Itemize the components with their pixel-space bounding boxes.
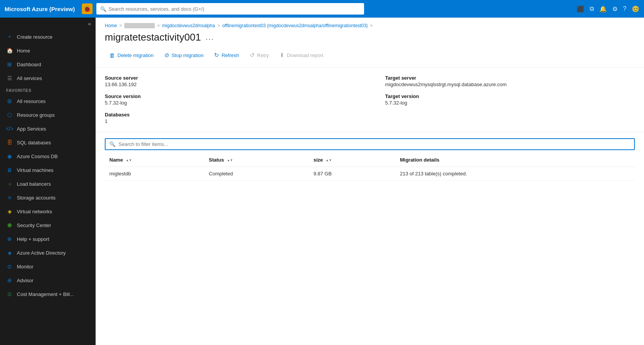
download-icon: ⬇ <box>280 52 285 59</box>
page-header: migratetestactivity001 ... <box>96 28 644 49</box>
table-row[interactable]: migtestdb Completed 9.87 GB 213 of 213 t… <box>105 167 635 181</box>
search-input[interactable] <box>109 6 360 12</box>
sidebar-advisor-label: Advisor <box>17 278 89 283</box>
delete-migration-button[interactable]: 🗑 Delete migration <box>105 50 158 61</box>
more-options-button[interactable]: ... <box>205 33 214 42</box>
all-resources-icon: ⊞ <box>6 98 13 105</box>
dashboard-icon: ⊞ <box>6 61 13 68</box>
databases-value: 1 <box>105 118 355 124</box>
collapse-btn[interactable]: « <box>0 18 96 30</box>
sort-name-arrows[interactable]: ▲▼ <box>126 159 132 162</box>
sep3: > <box>217 23 220 28</box>
sidebar-item-dashboard[interactable]: ⊞ Dashboard <box>0 57 96 71</box>
info-grid: Source server 13.66.136.192 Target serve… <box>96 67 644 132</box>
filter-input[interactable] <box>119 141 630 147</box>
retry-button[interactable]: ↺ Retry <box>245 49 273 61</box>
sidebar-item-aad[interactable]: ◈ Azure Active Directory <box>0 246 96 260</box>
stop-label: Stop migration <box>172 52 204 58</box>
sidebar-item-home[interactable]: 🏠 Home <box>0 44 96 57</box>
stop-icon: ⊘ <box>164 52 169 59</box>
sep1: > <box>119 23 122 28</box>
sidebar-aad-label: Azure Active Directory <box>17 250 89 256</box>
refresh-label: Refresh <box>221 52 239 58</box>
row-name: migtestdb <box>105 167 204 181</box>
resource-groups-icon: ⬡ <box>6 111 13 118</box>
sidebar-item-cosmos-db[interactable]: ◉ Azure Cosmos DB <box>0 149 96 163</box>
breadcrumb-level2[interactable]: migdocdevwus2dmsalpha <box>162 23 215 28</box>
bug-icon[interactable]: 🐞 <box>82 3 93 14</box>
search-icon: 🔍 <box>100 6 106 12</box>
sidebar-dashboard-label: Dashboard <box>17 62 89 67</box>
sidebar-lb-label: Load balancers <box>17 181 89 187</box>
sidebar-allresources-label: All resources <box>17 98 89 104</box>
sidebar-item-all-resources[interactable]: ⊞ All resources <box>0 94 96 108</box>
download-report-button[interactable]: ⬇ Download report <box>275 49 328 61</box>
col-header-status[interactable]: Status ▲▼ <box>204 153 309 167</box>
breadcrumb-home[interactable]: Home <box>105 23 117 28</box>
sidebar-item-help-support[interactable]: ⊕ Help + support <box>0 232 96 246</box>
account-icon[interactable]: 😊 <box>632 5 639 13</box>
row-status: Completed <box>204 167 309 181</box>
sidebar-rg-label: Resource groups <box>17 112 89 118</box>
table-header-row: Name ▲▼ Status ▲▼ size ▲▼ Migration deta… <box>105 153 635 167</box>
breadcrumb: Home > > migdocdevwus2dmsalpha > offline… <box>96 18 644 28</box>
sidebar-sql-label: SQL databases <box>17 140 89 146</box>
help-icon[interactable]: ? <box>623 5 626 12</box>
breadcrumb-blurred <box>124 23 155 28</box>
cloud-shell-icon[interactable]: ⬛ <box>577 5 584 13</box>
search-bar[interactable]: 🔍 <box>96 3 364 15</box>
col-header-size[interactable]: size ▲▼ <box>309 153 395 167</box>
filter-search-icon: 🔍 <box>109 141 115 147</box>
cosmos-icon: ◉ <box>6 153 13 160</box>
aad-icon: ◈ <box>6 249 13 256</box>
sidebar-item-sql-databases[interactable]: 🗄 SQL databases <box>0 136 96 149</box>
sidebar-item-resource-groups[interactable]: ⬡ Resource groups <box>0 108 96 122</box>
target-server-label: Target server <box>385 75 635 81</box>
databases-label: Databases <box>105 112 355 118</box>
sidebar-home-label: Home <box>17 48 89 54</box>
breadcrumb-level3[interactable]: offlinemigrationtest03 (migdocdevwus2dms… <box>222 23 368 28</box>
retry-icon: ↺ <box>250 52 255 59</box>
create-icon: ＋ <box>6 33 13 40</box>
sidebar-item-cost-management[interactable]: ⊙ Cost Management + Bill... <box>0 287 96 301</box>
delete-icon: 🗑 <box>109 52 115 59</box>
sidebar-item-create-resource[interactable]: ＋ Create resource <box>0 30 96 44</box>
sidebar-item-advisor[interactable]: ⊕ Advisor <box>0 273 96 287</box>
sidebar-item-security-center[interactable]: ⬢ Security Center <box>0 218 96 232</box>
sort-status-arrows[interactable]: ▲▼ <box>227 159 233 162</box>
monitor-icon: ⊙ <box>6 263 13 270</box>
filter-bar[interactable]: 🔍 <box>105 138 635 150</box>
sidebar-item-app-services[interactable]: </> App Services <box>0 122 96 136</box>
sidebar-item-virtual-networks[interactable]: ◈ Virtual networks <box>0 204 96 218</box>
help-support-icon: ⊕ <box>6 235 13 242</box>
app-services-icon: </> <box>6 125 13 132</box>
data-table: Name ▲▼ Status ▲▼ size ▲▼ Migration deta… <box>105 153 635 181</box>
sidebar-storage-label: Storage accounts <box>17 195 89 201</box>
sidebar-item-all-services[interactable]: ☰ All services <box>0 71 96 85</box>
sidebar-vnet-label: Virtual networks <box>17 209 89 214</box>
sidebar-item-monitor[interactable]: ⊙ Monitor <box>0 260 96 273</box>
source-version-value: 5.7.32-log <box>105 100 355 106</box>
sidebar-item-load-balancers[interactable]: ⟡ Load balancers <box>0 177 96 191</box>
portal-icon[interactable]: ⧉ <box>590 5 594 12</box>
source-version-label: Source version <box>105 93 355 99</box>
sidebar-monitor-label: Monitor <box>17 264 89 270</box>
sidebar-item-storage-accounts[interactable]: ≡ Storage accounts <box>0 191 96 204</box>
settings-icon[interactable]: ⚙ <box>612 5 618 13</box>
databases-field: Databases 1 <box>105 112 355 124</box>
sidebar-vm-label: Virtual machines <box>17 167 89 173</box>
col-header-name[interactable]: Name ▲▼ <box>105 153 204 167</box>
refresh-button[interactable]: ↻ Refresh <box>210 49 244 61</box>
table-body: migtestdb Completed 9.87 GB 213 of 213 t… <box>105 167 635 181</box>
all-services-icon: ☰ <box>6 75 13 82</box>
stop-migration-button[interactable]: ⊘ Stop migration <box>160 49 208 61</box>
topbar: Microsoft Azure (Preview) 🐞 🔍 ⬛ ⧉ 🔔 ⚙ ? … <box>0 0 644 18</box>
sidebar-item-virtual-machines[interactable]: 🖥 Virtual machines <box>0 163 96 177</box>
main-layout: « ＋ Create resource 🏠 Home ⊞ Dashboard ☰… <box>0 18 644 345</box>
lb-icon: ⟡ <box>6 180 13 187</box>
sort-size-arrows[interactable]: ▲▼ <box>326 159 332 162</box>
notifications-icon[interactable]: 🔔 <box>599 5 607 13</box>
source-server-field: Source server 13.66.136.192 <box>105 75 355 87</box>
favorites-section-label: FAVORITES <box>0 85 96 94</box>
sidebar-security-label: Security Center <box>17 222 89 228</box>
